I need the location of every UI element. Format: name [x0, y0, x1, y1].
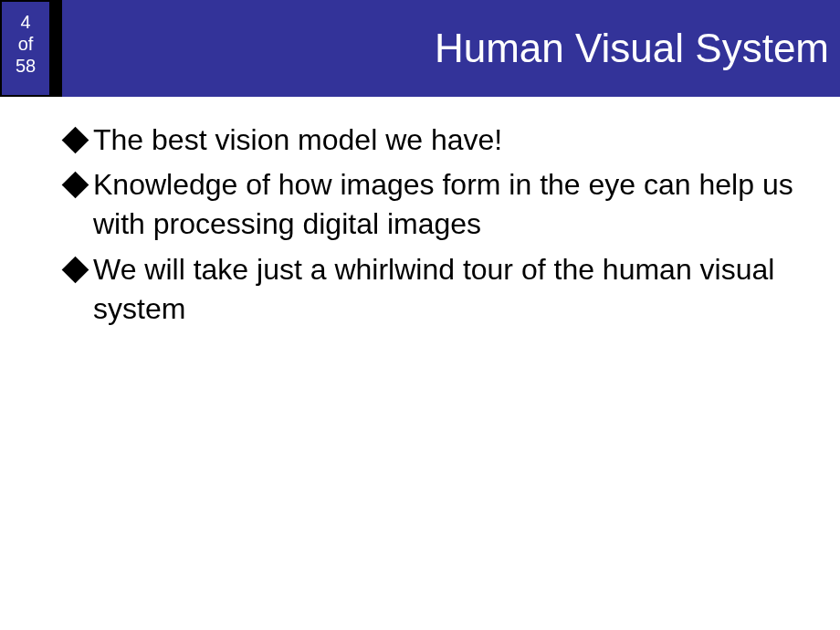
diamond-bullet-icon	[66, 175, 84, 194]
bullet-text: Knowledge of how images form in the eye …	[93, 165, 803, 244]
bullet-text: The best vision model we have!	[93, 121, 502, 160]
page-of-label: of	[18, 33, 34, 55]
page-total-number: 58	[16, 55, 36, 77]
page-counter: 4 of 58	[0, 0, 51, 97]
bullet-item: The best vision model we have!	[66, 121, 803, 160]
bullet-item: Knowledge of how images form in the eye …	[66, 165, 803, 244]
title-area: Human Visual System	[62, 0, 840, 97]
slide-header: 4 of 58 Human Visual System	[0, 0, 840, 97]
diamond-bullet-icon	[66, 131, 84, 149]
bullet-text: We will take just a whirlwind tour of th…	[93, 250, 803, 329]
bullet-item: We will take just a whirlwind tour of th…	[66, 250, 803, 329]
page-current-number: 4	[20, 11, 30, 33]
slide-content: The best vision model we have! Knowledge…	[0, 97, 840, 329]
diamond-bullet-icon	[66, 260, 84, 278]
slide-title: Human Visual System	[435, 26, 829, 71]
header-divider	[51, 0, 62, 97]
